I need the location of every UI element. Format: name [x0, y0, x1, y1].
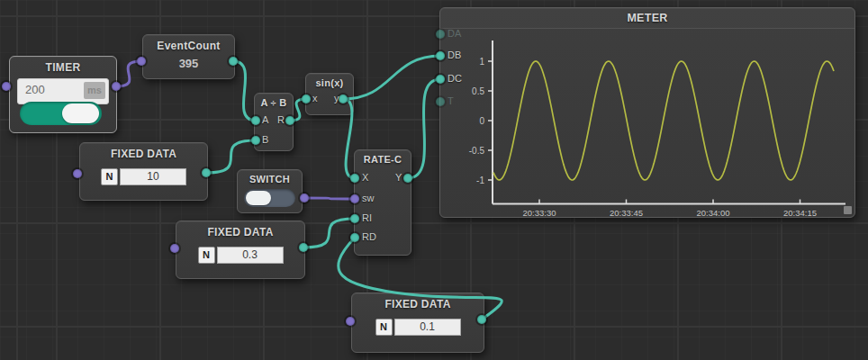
fixed-data-2-input-port[interactable]: [170, 244, 179, 253]
timer-title: TIMER: [10, 57, 116, 74]
switch-title: SWITCH: [238, 170, 302, 184]
meter-port-db[interactable]: [436, 51, 445, 60]
timer-interval-panel: 200 ms: [17, 78, 109, 104]
svg-text:1: 1: [479, 57, 484, 67]
flow-editor-canvas[interactable]: TIMER 200 ms EventCount 395 FIXED DATA N…: [0, 0, 868, 360]
fixed-data-2-value-input[interactable]: 0.3: [217, 247, 284, 264]
svg-text:20:34:00: 20:34:00: [697, 208, 730, 218]
sin-port-x[interactable]: [302, 94, 311, 104]
timer-unit-button[interactable]: ms: [84, 82, 105, 99]
timer-input-port[interactable]: [2, 82, 11, 91]
rate-c-port-x[interactable]: [350, 174, 359, 183]
divide-port-b-label: B: [262, 134, 268, 145]
divide-port-a[interactable]: [251, 116, 260, 125]
fixed-data-3-value-input[interactable]: 0.1: [394, 319, 461, 336]
svg-text:20:33:45: 20:33:45: [610, 208, 643, 218]
fixed-data-1-output-port[interactable]: [202, 168, 211, 177]
fixed-data-1-title: FIXED DATA: [80, 143, 207, 160]
rate-c-title: RATE-C: [355, 150, 411, 165]
fixed-data-3-input-port[interactable]: [346, 317, 355, 326]
svg-text:-0.5: -0.5: [469, 146, 485, 156]
rate-c-port-rd[interactable]: [350, 233, 359, 242]
timer-output-port[interactable]: [112, 82, 121, 91]
sin-port-y[interactable]: [339, 94, 348, 104]
eventcount-title: EventCount: [143, 35, 234, 52]
fixed-data-1-type-button[interactable]: N: [101, 168, 118, 185]
divide-port-a-label: A: [262, 114, 268, 125]
divide-port-r[interactable]: [285, 116, 294, 125]
timer-toggle[interactable]: [20, 102, 102, 125]
node-meter[interactable]: METER 10.50-0.5-120:33:3020:33:4520:34:0…: [439, 7, 855, 218]
fixed-data-2-output-port[interactable]: [299, 243, 308, 252]
timer-interval-input[interactable]: 200: [25, 83, 45, 96]
meter-port-dc-label: DC: [448, 73, 462, 84]
divide-port-r-label: R: [277, 114, 285, 125]
eventcount-input-port[interactable]: [137, 57, 146, 66]
fixed-data-1-input-port[interactable]: [73, 169, 82, 178]
fixed-data-2-type-button[interactable]: N: [198, 247, 215, 264]
node-fixed-data-3[interactable]: FIXED DATA N 0.1: [351, 292, 484, 353]
rate-c-port-ri[interactable]: [350, 214, 359, 223]
meter-chart: 10.50-0.5-120:33:3020:33:4520:34:0020:34…: [440, 8, 854, 217]
rate-c-port-rd-label: RD: [362, 231, 376, 242]
svg-text:20:33:30: 20:33:30: [523, 208, 556, 218]
node-fixed-data-1[interactable]: FIXED DATA N 10: [79, 142, 208, 201]
meter-port-t[interactable]: [436, 97, 445, 106]
svg-text:0.5: 0.5: [472, 86, 484, 96]
rate-c-port-ri-label: RI: [362, 212, 372, 223]
rate-c-port-y-label: Y: [395, 172, 402, 183]
fixed-data-3-title: FIXED DATA: [352, 293, 484, 310]
switch-toggle[interactable]: [244, 189, 295, 207]
rate-c-port-sw[interactable]: [350, 194, 359, 203]
divide-title: A ÷ B: [255, 94, 293, 108]
rate-c-port-y[interactable]: [403, 174, 412, 183]
rate-c-port-sw-label: sw: [362, 193, 374, 203]
rate-c-port-x-label: X: [362, 172, 368, 183]
meter-port-db-label: DB: [448, 50, 461, 60]
fixed-data-1-value-input[interactable]: 10: [120, 168, 186, 185]
timer-toggle-knob: [62, 104, 99, 123]
node-eventcount[interactable]: EventCount 395: [142, 34, 235, 79]
fixed-data-3-output-port[interactable]: [477, 315, 486, 324]
svg-text:20:34:15: 20:34:15: [783, 208, 817, 218]
meter-port-da-label: DA: [448, 28, 461, 39]
meter-port-t-label: T: [448, 95, 454, 106]
node-timer[interactable]: TIMER 200 ms: [9, 56, 117, 133]
sin-port-x-label: x: [312, 93, 318, 104]
fixed-data-3-type-button[interactable]: N: [375, 319, 393, 336]
fixed-data-2-title: FIXED DATA: [176, 221, 304, 238]
sin-title: sin(x): [306, 74, 353, 88]
meter-port-da[interactable]: [436, 30, 445, 39]
divide-port-b[interactable]: [251, 136, 260, 145]
eventcount-output-port[interactable]: [229, 57, 238, 66]
switch-output-port[interactable]: [300, 194, 309, 202]
switch-toggle-knob: [246, 191, 271, 205]
sin-port-y-label: y: [334, 93, 339, 104]
node-switch[interactable]: SWITCH: [237, 169, 303, 213]
svg-text:0: 0: [479, 116, 484, 126]
node-fixed-data-2[interactable]: FIXED DATA N 0.3: [176, 220, 305, 279]
meter-port-dc[interactable]: [436, 75, 445, 84]
meter-resize-handle[interactable]: [844, 206, 852, 214]
svg-text:-1: -1: [476, 176, 484, 185]
eventcount-value: 395: [143, 57, 234, 70]
